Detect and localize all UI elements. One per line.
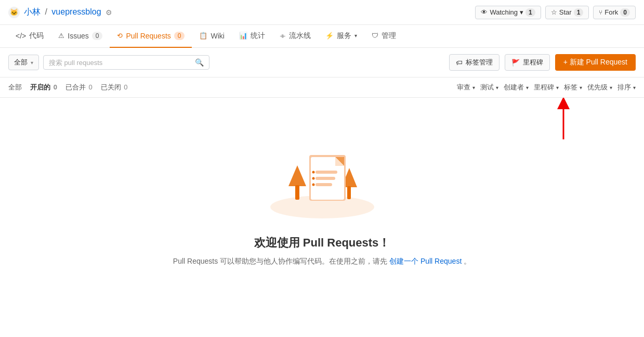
svg-marker-4: [288, 165, 306, 186]
svg-rect-12: [316, 177, 335, 180]
fork-label: Fork: [604, 8, 618, 16]
tab-code[interactable]: </> 代码: [8, 25, 51, 48]
filter-all-label: 全部: [8, 83, 22, 91]
label-filter-label: 标签: [564, 83, 577, 92]
filter-closed-count: 0: [124, 83, 127, 91]
filter-all[interactable]: 全部: [8, 83, 22, 92]
repo-link[interactable]: vuepressblog: [51, 7, 101, 16]
issues-badge: 0: [92, 32, 103, 40]
review-filter[interactable]: 审查 ▾: [457, 83, 475, 92]
filter-right: 审查 ▾ 测试 ▾ 创建者 ▾ 里程碑 ▾ 标签 ▾ 优先级 ▾ 排序 ▾: [457, 83, 636, 92]
toolbar-left: 全部 ▾ 🔍: [8, 55, 209, 70]
label-filter[interactable]: 标签 ▾: [564, 83, 582, 92]
milestone-icon: 🚩: [511, 59, 520, 67]
wiki-icon: 📋: [199, 32, 207, 40]
code-icon: </>: [16, 32, 26, 40]
pipeline-icon: ⟛: [280, 32, 286, 40]
welcome-description: Pull Requests 可以帮助您与他人协作编写代码。在使用之前，请先 创建…: [173, 257, 471, 266]
milestone-filter-label: 里程碑: [534, 83, 554, 92]
tab-service[interactable]: ⚡ 服务 ▾: [318, 25, 364, 48]
search-box: 🔍: [43, 55, 209, 70]
milestone-filter[interactable]: 里程碑 ▾: [534, 83, 559, 92]
header-right: 👁 Watching ▾ 1 ☆ Star 1 ⑂ Fork 0: [475, 6, 636, 19]
header: 🐱 小林 / vuepressblog ⚙ 👁 Watching ▾ 1 ☆ S…: [0, 0, 644, 25]
watching-button[interactable]: 👁 Watching ▾ 1: [475, 6, 541, 19]
svg-rect-13: [316, 183, 332, 186]
star-icon: ☆: [551, 8, 557, 16]
scope-dropdown-icon: ▾: [31, 60, 33, 66]
tag-icon: 🏷: [456, 59, 463, 67]
test-label: 测试: [480, 83, 494, 92]
filter-closed[interactable]: 已关闭 0: [101, 83, 128, 92]
create-pr-link[interactable]: 创建一个 Pull Request: [389, 257, 462, 265]
filter-open-label: 开启的: [30, 83, 50, 91]
tab-wiki[interactable]: 📋 Wiki: [192, 25, 231, 48]
label-dropdown-icon: ▾: [580, 85, 582, 90]
new-pr-button[interactable]: + 新建 Pull Request: [555, 54, 636, 71]
toolbar: 全部 ▾ 🔍 🏷 标签管理 🚩 里程碑 + 新建 Pull Request: [0, 48, 644, 77]
watching-count: 1: [525, 8, 535, 17]
tab-pipeline[interactable]: ⟛ 流水线: [272, 25, 318, 48]
filter-open-count: 0: [54, 83, 57, 91]
issues-icon: ⚠: [58, 32, 64, 40]
welcome-title: 欢迎使用 Pull Requests！: [254, 235, 390, 251]
star-button[interactable]: ☆ Star 1: [545, 6, 589, 19]
search-input[interactable]: [49, 59, 193, 67]
owner-link[interactable]: 小林: [24, 7, 41, 16]
svg-rect-3: [295, 185, 299, 200]
fork-icon: ⑂: [599, 9, 602, 16]
sort-label: 排序: [617, 83, 631, 92]
header-left: 🐱 小林 / vuepressblog ⚙: [8, 7, 112, 18]
milestone-button[interactable]: 🚩 里程碑: [505, 54, 550, 71]
svg-rect-5: [347, 186, 351, 199]
fork-button[interactable]: ⑂ Fork 0: [593, 6, 636, 19]
nav-tabs: </> 代码 ⚠ Issues 0 ⟲ Pull Requests 0 📋 Wi…: [0, 25, 644, 48]
toolbar-right: 🏷 标签管理 🚩 里程碑 + 新建 Pull Request: [449, 54, 636, 71]
test-dropdown-icon: ▾: [496, 85, 498, 90]
pr-badge: 0: [174, 32, 185, 40]
label-mgmt-button[interactable]: 🏷 标签管理: [449, 54, 500, 71]
scope-label: 全部: [14, 58, 28, 67]
svg-point-16: [312, 184, 314, 186]
service-icon: ⚡: [325, 32, 334, 40]
filter-left: 全部 开启的 0 已合并 0 已关闭 0: [8, 83, 128, 92]
tab-stats[interactable]: 📊 统计: [232, 25, 272, 48]
stats-icon: 📊: [239, 32, 247, 40]
tab-pull-requests[interactable]: ⟲ Pull Requests 0: [110, 25, 192, 48]
priority-label: 优先级: [587, 83, 608, 92]
review-dropdown-icon: ▾: [472, 85, 475, 90]
sort-dropdown-icon: ▾: [633, 85, 636, 90]
scope-select[interactable]: 全部 ▾: [8, 55, 39, 70]
admin-icon: 🛡: [372, 32, 378, 40]
filter-merged[interactable]: 已合并 0: [65, 83, 93, 92]
tab-issues[interactable]: ⚠ Issues 0: [51, 25, 110, 48]
filter-open[interactable]: 开启的 0: [30, 83, 57, 92]
watching-label: Watching: [490, 8, 518, 16]
arrow-indicator: [543, 98, 584, 150]
milestone-label: 里程碑: [523, 58, 543, 67]
creator-filter[interactable]: 创建者 ▾: [504, 83, 529, 92]
pr-icon: ⟲: [117, 32, 123, 40]
priority-dropdown-icon: ▾: [610, 85, 612, 90]
svg-rect-11: [316, 171, 337, 174]
creator-label: 创建者: [504, 83, 524, 92]
service-dropdown-icon: ▾: [354, 33, 357, 38]
search-icon: 🔍: [195, 58, 204, 67]
svg-point-15: [312, 177, 314, 180]
filter-merged-label: 已合并: [65, 83, 86, 91]
test-filter[interactable]: 测试 ▾: [480, 83, 498, 92]
eye-icon: 👁: [481, 8, 488, 16]
milestone-dropdown-icon: ▾: [556, 85, 559, 90]
filter-bar: 全部 开启的 0 已合并 0 已关闭 0 审查 ▾ 测试 ▾ 创建者 ▾ 里程碑: [0, 77, 644, 98]
repo-title: 小林 / vuepressblog: [24, 7, 101, 18]
star-label: Star: [559, 8, 572, 16]
filter-closed-label: 已关闭: [101, 83, 121, 91]
repo-settings-icon[interactable]: ⚙: [106, 8, 112, 17]
creator-dropdown-icon: ▾: [526, 85, 529, 90]
svg-point-14: [312, 171, 314, 174]
priority-filter[interactable]: 优先级 ▾: [587, 83, 612, 92]
sort-filter[interactable]: 排序 ▾: [617, 83, 636, 92]
star-count: 1: [574, 8, 584, 17]
review-label: 审查: [457, 83, 470, 92]
tab-admin[interactable]: 🛡 管理: [364, 25, 403, 48]
